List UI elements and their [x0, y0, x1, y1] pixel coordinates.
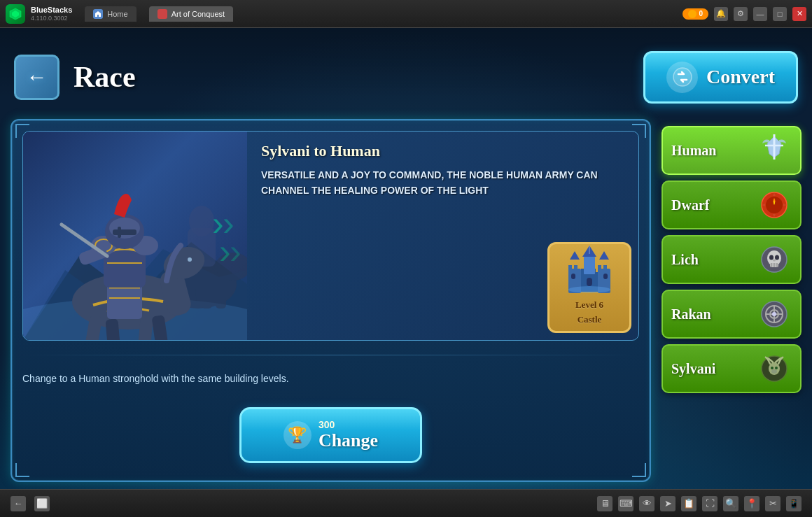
sylvani-emblem	[757, 351, 792, 386]
back-nav-icon[interactable]: ←	[10, 496, 26, 511]
title-bar-controls: 0 🔔 ⚙ — □ ✕	[682, 7, 806, 21]
location-icon[interactable]: 📍	[744, 496, 760, 511]
bluestacks-logo	[6, 4, 25, 24]
left-panel: › › › › Sylvani to Human Versatile and a…	[10, 119, 651, 482]
race-btn-human[interactable]: Human	[662, 126, 802, 175]
race-sylvani-label: Sylvani	[671, 361, 715, 377]
human-emblem	[757, 133, 792, 168]
race-description-text: Versatile and a joy to command, the nobl…	[261, 167, 628, 199]
settings-icon[interactable]: ⚙	[734, 7, 748, 21]
race-title: Sylvani to Human	[261, 142, 628, 160]
change-button[interactable]: 🏆 300 Change	[239, 407, 422, 463]
minimize-btn[interactable]: —	[753, 7, 767, 21]
svg-rect-41	[598, 265, 601, 271]
top-toolbar: ← Race Convert	[0, 28, 812, 126]
svg-point-63	[769, 255, 774, 260]
game-area: ← Race Convert	[0, 28, 812, 489]
screen-icon[interactable]: ⛶	[702, 496, 718, 511]
race-selection-panel: Human Dwarf	[662, 119, 802, 482]
race-dwarf-label: Dwarf	[671, 197, 709, 213]
cursor-icon[interactable]: ➤	[660, 496, 676, 511]
points-value: 0	[699, 10, 703, 17]
svg-rect-52	[603, 274, 608, 279]
divider	[22, 355, 639, 355]
svg-point-12	[189, 206, 214, 236]
svg-point-78	[775, 367, 778, 369]
svg-point-54	[568, 286, 610, 293]
svg-rect-39	[568, 265, 572, 271]
home-tab-label: Home	[107, 10, 127, 18]
race-rakan-label: Rakan	[671, 306, 711, 323]
race-description: Sylvani to Human Versatile and a joy to …	[247, 132, 638, 340]
svg-rect-31	[118, 227, 121, 238]
castle-type-label: Castle	[578, 314, 602, 325]
race-btn-dwarf[interactable]: Dwarf	[662, 180, 802, 229]
svg-rect-40	[574, 265, 578, 271]
svg-point-20	[188, 257, 192, 262]
change-button-cost: 300	[318, 419, 335, 430]
taskbar-left: ← ⬜	[10, 496, 50, 511]
title-bar: BlueStacks 4.110.0.3002 Home Art of Conq…	[0, 0, 812, 28]
svg-text:›: ›	[230, 232, 241, 271]
svg-point-65	[773, 260, 776, 262]
svg-point-2	[673, 68, 692, 86]
home-tab[interactable]: Home	[85, 6, 136, 22]
close-btn[interactable]: ✕	[792, 7, 806, 21]
svg-point-64	[775, 255, 779, 260]
maximize-btn[interactable]: □	[773, 7, 787, 21]
eye-icon[interactable]: 👁	[639, 496, 654, 511]
home-nav-icon[interactable]: ⬜	[34, 496, 50, 511]
svg-marker-49	[599, 251, 609, 260]
convert-label: Convert	[706, 66, 775, 88]
keyboard-icon[interactable]: ⌨	[618, 496, 634, 511]
convert-icon	[666, 62, 698, 93]
back-button[interactable]: ←	[14, 55, 59, 100]
taskbar: ← ⬜ 🖥 ⌨ 👁 ➤ 📋 ⛶ 🔍 📍 ✂ 📱	[0, 489, 812, 517]
taskbar-right: 🖥 ⌨ 👁 ➤ 📋 ⛶ 🔍 📍 ✂ 📱	[597, 496, 802, 511]
app-version: 4.110.0.3002	[31, 15, 72, 22]
scissor-icon[interactable]: ✂	[765, 496, 780, 511]
svg-rect-8	[202, 260, 212, 309]
race-btn-lich[interactable]: Lich	[662, 235, 802, 284]
page-title: Race	[74, 60, 136, 94]
notification-icon[interactable]: 🔔	[714, 7, 728, 21]
change-button-icon: 🏆	[284, 421, 312, 449]
race-info-card: › › › › Sylvani to Human Versatile and a…	[22, 131, 639, 341]
points-badge: 0	[682, 8, 708, 20]
svg-rect-51	[571, 274, 575, 279]
zoom-icon[interactable]: 🔍	[723, 496, 738, 511]
svg-point-74	[772, 312, 776, 316]
mobile-icon[interactable]: 📱	[786, 496, 802, 511]
game-tab-label: Art of Conquest	[172, 10, 225, 18]
content-area: › › › › Sylvani to Human Versatile and a…	[10, 119, 802, 482]
svg-marker-48	[570, 251, 580, 260]
castle-level-label: Level 6	[575, 299, 603, 311]
svg-rect-30	[113, 229, 136, 235]
race-btn-sylvani[interactable]: Sylvani	[662, 344, 802, 393]
svg-rect-50	[587, 278, 592, 286]
change-button-label: Change	[318, 430, 378, 451]
svg-rect-46	[584, 257, 595, 274]
svg-point-29	[109, 218, 140, 239]
svg-rect-42	[603, 265, 607, 271]
svg-point-79	[771, 369, 777, 374]
race-human-label: Human	[671, 143, 716, 159]
rakan-emblem	[757, 297, 792, 332]
app-name: BlueStacks	[31, 6, 72, 15]
castle-badge: Level 6 Castle	[547, 242, 631, 333]
lich-emblem	[757, 242, 792, 277]
display-icon[interactable]: 🖥	[597, 496, 612, 511]
convert-button[interactable]: Convert	[643, 51, 798, 104]
dwarf-emblem	[757, 187, 792, 222]
svg-point-77	[771, 367, 774, 369]
race-bottom-text: Change to a Human stronghold with the sa…	[22, 369, 639, 388]
castle-icon	[561, 244, 617, 296]
clipboard-icon[interactable]: 📋	[681, 496, 696, 511]
race-btn-rakan[interactable]: Rakan	[662, 290, 802, 339]
race-artwork: › › › ›	[23, 132, 247, 340]
race-lich-label: Lich	[671, 252, 699, 268]
game-tab[interactable]: Art of Conquest	[149, 6, 233, 22]
